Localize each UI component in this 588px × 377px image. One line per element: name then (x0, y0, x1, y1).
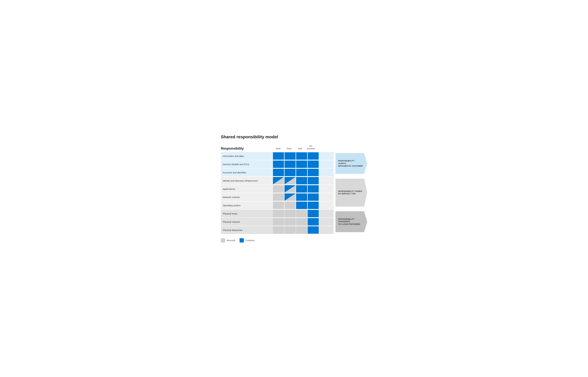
arrow-shape-2: RESPONSIBILITY TRANSFERSTO CLOUD PROVIDE… (336, 211, 367, 232)
cell-3 (308, 202, 319, 209)
row-cells (273, 177, 319, 185)
row-label: Physical datacenter (221, 226, 273, 234)
rows-wrapper: Information and dataDevices (Mobile and … (221, 152, 334, 234)
cell-2 (296, 226, 307, 234)
arrow-shape-1: RESPONSIBILITY VARIESBY SERVICE TYPE (336, 179, 367, 207)
table-row: Operating system (221, 201, 334, 209)
cell-3 (308, 177, 319, 184)
cell-3 (308, 185, 319, 192)
cell-0 (273, 152, 284, 160)
column-headers: SaaS PaaS IaaS On-premises (273, 145, 317, 151)
cell-2 (296, 169, 307, 176)
legend-customer-label: Customer (245, 239, 255, 242)
legend-microsoft-box (221, 238, 225, 243)
page-title: Shared responsibility model (221, 134, 367, 139)
legend: Microsoft Customer (221, 238, 367, 243)
row-cells (273, 185, 319, 193)
cell-2 (296, 210, 307, 217)
cell-0 (273, 210, 284, 217)
cell-1 (285, 169, 296, 176)
cell-0 (273, 218, 284, 225)
cell-3 (308, 193, 319, 201)
cell-3 (308, 210, 319, 217)
arrow-label-2: RESPONSIBILITY TRANSFERSTO CLOUD PROVIDE… (334, 210, 367, 234)
cell-1 (285, 210, 296, 217)
cell-2 (296, 152, 307, 160)
legend-customer: Customer (240, 238, 255, 243)
legend-microsoft: Microsoft (221, 238, 235, 243)
arrow-shape-0: RESPONSIBILITY ALWAYSRETAINED BY CUSTOME… (336, 153, 367, 174)
table-row: Physical hosts (221, 209, 334, 218)
cell-1 (285, 185, 296, 192)
table-row: Network controls (221, 193, 334, 201)
cell-3 (308, 226, 319, 234)
cell-2 (296, 161, 307, 168)
row-label: Physical hosts (221, 210, 273, 218)
col-saas: SaaS (273, 147, 284, 151)
row-label: Devices (Mobile and PCs) (221, 160, 273, 168)
table-row: Identity and directory infrastructure (221, 177, 334, 185)
cell-2 (296, 202, 307, 209)
col-paas: PaaS (284, 147, 295, 151)
table-row: Physical datacenter (221, 226, 334, 234)
cell-0 (273, 185, 284, 192)
cell-3 (308, 218, 319, 225)
cell-3 (308, 152, 319, 160)
cell-1 (285, 218, 296, 225)
row-cells (273, 226, 319, 234)
table-row: Devices (Mobile and PCs) (221, 160, 334, 168)
cell-1 (285, 161, 296, 168)
cell-0 (273, 202, 284, 209)
right-labels: RESPONSIBILITY ALWAYSRETAINED BY CUSTOME… (334, 145, 367, 234)
row-cells (273, 168, 319, 177)
cell-3 (308, 161, 319, 168)
cell-0 (273, 161, 284, 168)
cell-1 (285, 202, 296, 209)
arrow-label-1: RESPONSIBILITY VARIESBY SERVICE TYPE (334, 176, 367, 209)
row-label: Accounts and identities (221, 168, 273, 177)
cell-0 (273, 169, 284, 176)
responsibility-header: Responsibility (221, 147, 273, 151)
cell-0 (273, 177, 284, 184)
row-label: Network controls (221, 193, 273, 201)
arrow-label-0: RESPONSIBILITY ALWAYSRETAINED BY CUSTOME… (334, 151, 367, 176)
left-part: Responsibility SaaS PaaS IaaS On-premise… (221, 145, 334, 234)
cell-3 (308, 169, 319, 176)
cell-0 (273, 226, 284, 234)
row-cells (273, 201, 319, 209)
table-section: Responsibility SaaS PaaS IaaS On-premise… (221, 145, 367, 234)
cell-1 (285, 193, 296, 201)
page-container: Shared responsibility model Responsibili… (221, 134, 367, 243)
cell-1 (285, 177, 296, 184)
row-label: Information and data (221, 152, 273, 160)
cell-2 (296, 185, 307, 192)
table-row: Information and data (221, 152, 334, 160)
row-cells (273, 193, 319, 201)
row-label: Physical network (221, 218, 273, 226)
row-cells (273, 160, 319, 168)
row-cells (273, 210, 319, 218)
cell-1 (285, 226, 296, 234)
table-row: Accounts and identities (221, 168, 334, 177)
row-label: Identity and directory infrastructure (221, 177, 273, 185)
legend-customer-box (240, 238, 244, 243)
row-cells (273, 152, 319, 160)
col-onprem: On-premises (306, 145, 317, 151)
col-iaas: IaaS (295, 147, 306, 151)
legend-microsoft-label: Microsoft (227, 239, 235, 242)
header-row: Responsibility SaaS PaaS IaaS On-premise… (221, 145, 334, 152)
cell-1 (285, 152, 296, 160)
row-label: Operating system (221, 201, 273, 209)
cell-2 (296, 193, 307, 201)
table-row: Physical network (221, 218, 334, 226)
cell-0 (273, 193, 284, 201)
row-label: Applications (221, 185, 273, 193)
row-cells (273, 218, 319, 226)
cell-2 (296, 218, 307, 225)
table-row: Applications (221, 185, 334, 193)
cell-2 (296, 177, 307, 184)
